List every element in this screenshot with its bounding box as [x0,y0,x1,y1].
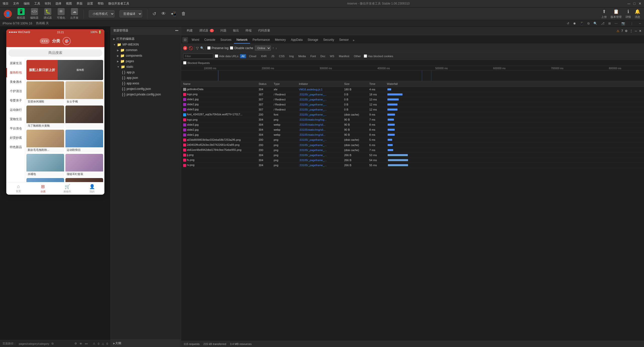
menu-project[interactable]: 项目 [3,2,9,6]
file-explorer-more[interactable]: ••• [175,29,178,32]
menu-help[interactable]: 帮助 [98,2,104,6]
tab-memory[interactable]: Memory [272,37,288,44]
sub-record-icon[interactable]: ⏺ [573,22,576,25]
maximize-button[interactable]: □ [633,2,635,6]
menu-edit[interactable]: 编辑 [24,2,30,6]
tab-storage[interactable]: Storage [305,37,321,44]
tab-terminal[interactable]: 终端 [243,27,255,35]
file-projectconfig[interactable]: {·} project.config.json [111,86,181,92]
product-item-0[interactable]: 百搭休闲潮鞋 [26,81,64,104]
sub-grid-icon[interactable]: ⊞ [608,22,611,25]
col-time[interactable]: Time [367,81,385,87]
file-appjs[interactable]: { } app.js [111,70,181,75]
preserve-log-checkbox[interactable]: Preserve log [207,46,228,50]
folder-static[interactable]: ▼ 📁 static [111,64,181,70]
screenshot-toggle[interactable]: 热画截 关 [36,21,49,25]
hide-data-urls-checkbox[interactable]: Hide data URLs [215,54,238,58]
table-row[interactable]: logo.png 304 png :33105/static/img/log..… [181,117,644,122]
sidebar-item-9[interactable]: 特色新品 [6,143,25,152]
sidebar-item-2[interactable]: 美食酒水 [6,77,25,87]
nav-profile[interactable]: 👤 我的 [80,182,104,195]
nav-cart[interactable]: 🛒 购物车 [55,182,80,195]
table-row[interactable]: slide2.jpg 307 / Redirect :33105/_pagefr… [181,102,644,107]
tab-codequality[interactable]: 代码质量 [255,27,273,35]
file-appjson[interactable]: {·} app.json [111,75,181,81]
tab-console[interactable]: Console [202,37,218,44]
nav-category[interactable]: ⊞ 分类 [31,182,55,195]
product-item-7[interactable]: 项链耳钉套装 [65,154,103,177]
col-waterfall[interactable]: Waterfall [385,81,644,87]
sidebar-item-5[interactable]: 运动旅行 [6,105,25,115]
detail-btn[interactable]: ℹ 详情 [625,9,631,19]
sidebar-item-1[interactable]: 服饰鞋包 [6,68,25,77]
col-name[interactable]: Name [181,81,257,87]
filter-doc[interactable]: Doc [319,54,327,58]
search-icon[interactable]: 🔍 [200,46,204,50]
table-row[interactable]: slide3.jpg 307 / Redirect :33105/_pagefr… [181,107,644,112]
close-devtools-icon[interactable]: ✕ [639,29,641,33]
filter-cloud[interactable]: Cloud [248,54,258,58]
cache-icon[interactable]: 🗑 [181,11,186,16]
disable-cache-input[interactable] [230,46,233,50]
menu-select[interactable]: 选择 [55,2,61,6]
sidebar-item-6[interactable]: 宠物生活 [6,115,25,124]
menu-goto[interactable]: 转到 [45,2,51,6]
settings-gear-icon[interactable]: ⚙ [625,29,628,33]
table-row[interactable]: logo.png 307 / Redirect :33105/_pagefram… [181,92,644,97]
close-button[interactable]: ✕ [638,2,641,6]
sub-phone-icon[interactable]: 📱 [580,22,584,25]
table-row[interactable]: a03dd909803b9ac032eba58b7253a2f6.png 200… [181,137,644,142]
upload-btn[interactable]: ⬆ 上传 [601,9,607,19]
sidebar-item-7[interactable]: 平台清仓 [6,124,25,133]
mode-select[interactable]: 小程序模式 [89,10,114,17]
filter-input[interactable] [183,54,213,59]
has-blocked-cookies-checkbox[interactable]: Has blocked cookies [364,54,393,58]
filter-font[interactable]: Font [309,54,317,58]
sub-camera-icon[interactable]: 📷 [621,22,625,25]
tab-sources[interactable]: Sources [218,37,234,44]
phone-menu-dots[interactable]: • • • [40,38,49,44]
preview-icon[interactable]: 👁 [161,11,166,16]
blocked-requests-checkbox[interactable]: Blocked Requests [183,61,210,64]
col-status[interactable]: Status [257,81,272,87]
menu-interface[interactable]: 界面 [76,2,83,6]
folder-common[interactable]: ▶ 📁 common [111,47,181,53]
product-item-3[interactable] [65,106,103,128]
col-size[interactable]: Size [342,81,367,87]
record-btn[interactable]: ● [183,46,187,50]
minimize-devtools-icon[interactable]: ─ [635,29,637,33]
filter-css[interactable]: CSS [277,54,286,58]
more-icon[interactable]: ••• [85,342,88,345]
cloud-btn[interactable]: ☁ 云开发 [70,8,78,20]
filter-img[interactable]: Img [288,54,295,58]
nav-home[interactable]: ⌂ 首页 [6,182,31,195]
col-initiator[interactable]: Initiator [297,81,342,87]
product-item-1[interactable]: 女士手镯 [65,81,103,104]
table-row[interactable]: slide2.jpg 304 webp :33105/static/img/sl… [181,127,644,132]
devtools-inspect-icon[interactable]: ⊡ [182,37,188,43]
menu-settings[interactable]: 设置 [87,2,93,6]
product-item-2[interactable]: 马丁靴棉鞋大黄靴 [26,106,64,128]
editor-btn[interactable]: </> 编辑器 [30,8,38,20]
project-root-item[interactable]: ▼ 📁 MP-WEIXIN [111,42,181,47]
filter-media[interactable]: Media [297,54,307,58]
table-row[interactable]: font_4343287_eqt3o70h0zk.woff2?t=17017..… [181,112,644,117]
product-item-8[interactable]: 运动鞋 [26,178,64,182]
table-row[interactable]: getIndexData 304 xhr VM16.asdebug.js:1 1… [181,87,644,92]
compile-select[interactable]: 普通编译 [119,10,142,17]
eye-icon[interactable]: 👁 [79,342,82,345]
table-row[interactable]: slide1.jpg 304 webp :33105/static/img/sl… [181,132,644,137]
table-row[interactable]: rv.png 304 png :33105/_pageframe_... 266… [181,163,644,168]
blocked-requests-input[interactable] [183,61,186,64]
table-row[interactable]: jj.png 304 png :33105/_pageframe_... 266… [181,153,644,158]
filter-ws[interactable]: WS [328,54,336,58]
menu-file[interactable]: 文件 [13,2,19,6]
phone-banner[interactable]: 服配上新日折上折 服饰图 [26,60,103,80]
minimize-button[interactable]: ─ [627,2,630,6]
tab-more[interactable]: » [351,37,356,44]
open-editors-item[interactable]: ▶ 打开的编辑器 [111,36,181,42]
sidebar-item-8[interactable]: 好货抄底 [6,133,25,143]
file-appwxss[interactable]: {·} app.wxss [111,81,181,86]
realdevice-icon[interactable]: 📲 [171,11,176,17]
preserve-log-input[interactable] [207,46,211,50]
